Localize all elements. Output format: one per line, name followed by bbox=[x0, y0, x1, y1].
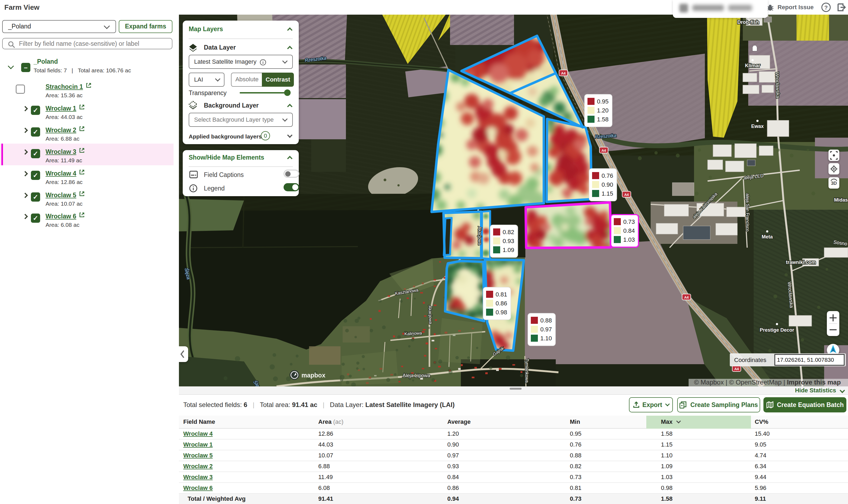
svg-text:A4: A4 bbox=[561, 71, 566, 75]
svg-text:A4: A4 bbox=[624, 193, 629, 197]
svg-text:0.76: 0.76 bbox=[602, 172, 613, 179]
svg-text:A4: A4 bbox=[735, 367, 739, 371]
svg-text:0.88: 0.88 bbox=[540, 317, 552, 324]
svg-text:0.90: 0.90 bbox=[602, 181, 613, 188]
svg-text:trawniki.com: trawniki.com bbox=[786, 259, 816, 265]
svg-text:Klimar: Klimar bbox=[745, 63, 760, 68]
svg-text:3D: 3D bbox=[831, 181, 837, 186]
svg-text:© Mapbox | © OpenStreetMap | I: © Mapbox | © OpenStreetMap | Improve thi… bbox=[694, 379, 841, 386]
svg-text:Wrocławska: Wrocławska bbox=[774, 72, 780, 98]
svg-text:0.81: 0.81 bbox=[496, 291, 507, 298]
svg-text:1.03: 1.03 bbox=[623, 236, 635, 243]
svg-text:mapbox: mapbox bbox=[301, 372, 325, 379]
svg-text:1.10: 1.10 bbox=[540, 335, 552, 342]
svg-text:Meta: Meta bbox=[761, 234, 773, 239]
svg-text:0.95: 0.95 bbox=[597, 98, 608, 105]
svg-text:Aleja Lipowa: Aleja Lipowa bbox=[403, 373, 430, 378]
svg-text:aleja San Francisco: aleja San Francisco bbox=[745, 194, 750, 232]
svg-text:0.82: 0.82 bbox=[502, 229, 514, 235]
svg-text:Ewax: Ewax bbox=[751, 124, 764, 129]
svg-text:1.09: 1.09 bbox=[502, 247, 514, 253]
svg-text:Drob-fish: Drob-fish bbox=[737, 19, 759, 25]
svg-text:0.84: 0.84 bbox=[623, 227, 635, 234]
svg-text:0.97: 0.97 bbox=[540, 326, 552, 333]
svg-text:A4: A4 bbox=[684, 295, 689, 300]
svg-text:0.98: 0.98 bbox=[496, 309, 507, 316]
svg-text:0.93: 0.93 bbox=[502, 238, 514, 245]
svg-text:17.026261, 51.007830: 17.026261, 51.007830 bbox=[777, 357, 834, 363]
svg-text:Midas: Midas bbox=[834, 197, 848, 203]
svg-text:0.73: 0.73 bbox=[623, 218, 635, 225]
svg-text:0.86: 0.86 bbox=[496, 300, 507, 307]
svg-text:Tymiankowa: Tymiankowa bbox=[525, 359, 529, 383]
svg-text:Prestige Decor: Prestige Decor bbox=[760, 327, 794, 333]
svg-text:1.58: 1.58 bbox=[597, 116, 608, 123]
svg-text:?: ? bbox=[825, 4, 828, 11]
svg-text:1.15: 1.15 bbox=[602, 190, 613, 197]
svg-text:Coordinates: Coordinates bbox=[734, 357, 766, 363]
svg-text:1.20: 1.20 bbox=[597, 107, 608, 114]
svg-text:Akacjowa: Akacjowa bbox=[428, 305, 433, 324]
svg-text:Akacjowa: Akacjowa bbox=[477, 227, 482, 245]
svg-text:Kalinowa: Kalinowa bbox=[404, 330, 422, 336]
svg-text:A4: A4 bbox=[602, 148, 606, 152]
